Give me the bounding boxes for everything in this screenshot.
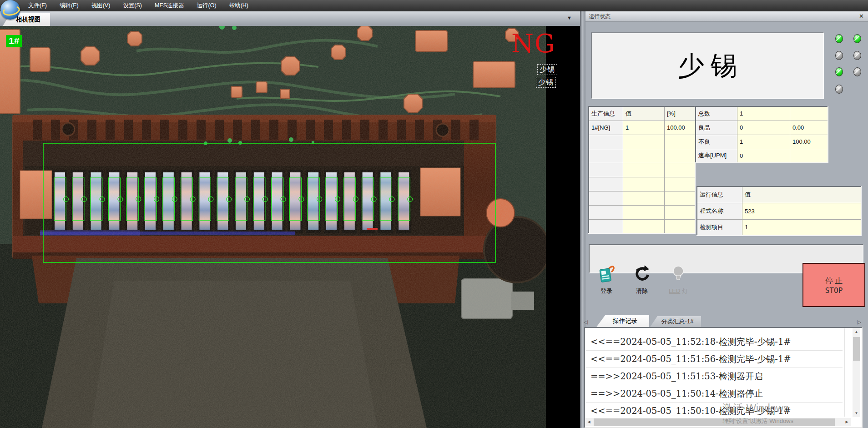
table-cell: [589, 191, 623, 205]
table-row: [589, 205, 695, 219]
log-entry[interactable]: <<==2024-05-05_11:50:10-检测完毕-少锡-1#: [586, 403, 843, 420]
status-led-on: [853, 34, 861, 43]
table-row: 运行信息值: [697, 186, 861, 203]
tab-scroll-right-icon[interactable]: ▷: [857, 319, 861, 325]
chevron-down-icon[interactable]: ▼: [567, 15, 572, 20]
table-cell: [589, 163, 623, 177]
table-cell: [623, 163, 665, 177]
panel-title: 运行状态: [589, 11, 611, 21]
led-light-button[interactable]: LED 灯: [663, 264, 693, 298]
tab-classification-summary[interactable]: 分类汇总-1#: [650, 316, 701, 327]
defect-banner: 少锡: [591, 32, 824, 99]
log-entry[interactable]: ==>>2024-05-05_11:51:53-检测器开启: [586, 368, 843, 385]
table-cell: 程式名称: [697, 203, 742, 219]
table-row: 速率[UPM]0: [696, 149, 828, 163]
badge-icon: [598, 264, 615, 284]
close-icon[interactable]: ✕: [859, 11, 864, 21]
menu-item[interactable]: 运行(O): [191, 0, 223, 11]
summary-table: 总数1良品00.00不良1100.00速率[UPM]0: [695, 106, 828, 163]
menu-item[interactable]: MES连接器: [148, 0, 191, 11]
menu-item[interactable]: 帮助(H): [223, 0, 255, 11]
scroll-left-icon[interactable]: ◀: [585, 418, 593, 426]
login-label: 登录: [591, 287, 621, 295]
table-row: [589, 149, 695, 163]
defect-label: 少锡: [536, 77, 556, 88]
menu-items: 文件(F)编辑(E)视图(V)设置(S)MES连接器运行(O)帮助(H): [22, 0, 255, 11]
log-rows: <<==2024-05-05_11:52:18-检测完毕-少锡-1#<<==20…: [586, 333, 843, 420]
defect-label: 少锡: [537, 64, 557, 75]
log-entry[interactable]: ==>>2024-05-05_11:50:14-检测器停止: [586, 385, 843, 403]
table-cell: 0: [737, 149, 790, 163]
table-header-cell: [%]: [665, 106, 696, 121]
table-cell: [623, 135, 665, 149]
tab-operation-log[interactable]: 操作记录: [596, 315, 649, 327]
table-cell: [589, 219, 623, 233]
table-cell: 1: [737, 135, 790, 149]
led-light-label: LED 灯: [663, 287, 693, 295]
pcb-inspection-image: [0, 26, 580, 428]
table-cell: [665, 149, 696, 163]
stop-label-cn: 停止: [823, 276, 844, 286]
tab-scroll-left-icon[interactable]: ◁: [584, 319, 588, 325]
windows-activation-watermark-sub: 转到“设置”以激活 Windows: [722, 417, 793, 425]
table-row: [589, 135, 695, 149]
clear-label: 清除: [627, 287, 657, 295]
table-cell: 523: [742, 203, 862, 219]
vertical-scrollbar[interactable]: ▲ ▼: [853, 328, 860, 417]
table-cell: [589, 135, 623, 149]
log-entry[interactable]: <<==2024-05-05_11:51:56-检测完毕-少锡-1#: [586, 351, 843, 368]
login-button[interactable]: 登录: [591, 264, 621, 298]
menu-item[interactable]: 编辑(E): [53, 0, 85, 11]
table-cell: 1: [742, 219, 862, 236]
table-row: 检测项目1: [697, 219, 861, 236]
vscroll-thumb[interactable]: [853, 337, 860, 361]
table-cell: 1: [623, 121, 665, 135]
stop-button[interactable]: 停止 STOP: [802, 263, 865, 307]
result-ng-text: NG: [511, 29, 556, 58]
table-cell: [623, 177, 665, 191]
scroll-down-icon[interactable]: ▼: [853, 409, 860, 417]
table-cell: [665, 219, 696, 233]
table-row: [589, 219, 695, 233]
table-cell: [623, 149, 665, 163]
menu-item[interactable]: 视图(V): [85, 0, 117, 11]
light-bulb-icon: [670, 264, 687, 284]
table-row: [589, 191, 695, 205]
table-cell: [665, 163, 696, 177]
table-cell: 0: [737, 121, 790, 135]
table-header-cell: 值: [623, 106, 665, 121]
status-led-off: [853, 51, 861, 60]
table-header-cell: 生产信息: [589, 106, 623, 121]
led-indicator-grid: [833, 31, 864, 96]
menu-item[interactable]: 设置(S): [116, 0, 148, 11]
table-cell: [589, 149, 623, 163]
table-row: 程式名称523: [697, 203, 861, 219]
clear-button[interactable]: 清除: [627, 264, 657, 298]
production-info-table: 生产信息值[%]1#[NG]1100.00: [588, 106, 696, 234]
table-cell: [589, 205, 623, 219]
log-entry[interactable]: <<==2024-05-05_11:52:18-检测完毕-少锡-1#: [586, 333, 843, 351]
horizontal-scrollbar[interactable]: ◀ ▶: [585, 418, 851, 426]
table-cell: 速率[UPM]: [696, 149, 737, 163]
table-cell: [665, 177, 696, 191]
table-header-cell: 值: [742, 186, 862, 203]
app-window: 文件(F)编辑(E)视图(V)设置(S)MES连接器运行(O)帮助(H) 相机视…: [0, 0, 868, 428]
status-led-off: [835, 85, 843, 94]
scroll-right-icon[interactable]: ▶: [843, 418, 851, 426]
defect-banner-inner: 少锡: [593, 34, 822, 97]
menu-item[interactable]: 文件(F): [22, 0, 53, 11]
hscroll-thumb[interactable]: [594, 418, 835, 426]
run-info-table: 运行信息值程式名称523检测项目1: [696, 186, 862, 236]
table-cell: 总数: [696, 106, 737, 121]
status-led-on: [835, 34, 843, 43]
table-row: 生产信息值[%]: [589, 106, 695, 121]
table-cell: 100.00: [790, 135, 828, 149]
status-led-off: [835, 51, 843, 60]
scroll-up-icon[interactable]: ▲: [853, 328, 860, 336]
table-cell: [623, 219, 665, 233]
table-cell: 100.00: [665, 121, 696, 135]
table-row: 良品00.00: [696, 121, 828, 135]
table-row: 1#[NG]1100.00: [589, 121, 695, 135]
table-cell: [790, 106, 828, 121]
table-cell: 不良: [696, 135, 737, 149]
